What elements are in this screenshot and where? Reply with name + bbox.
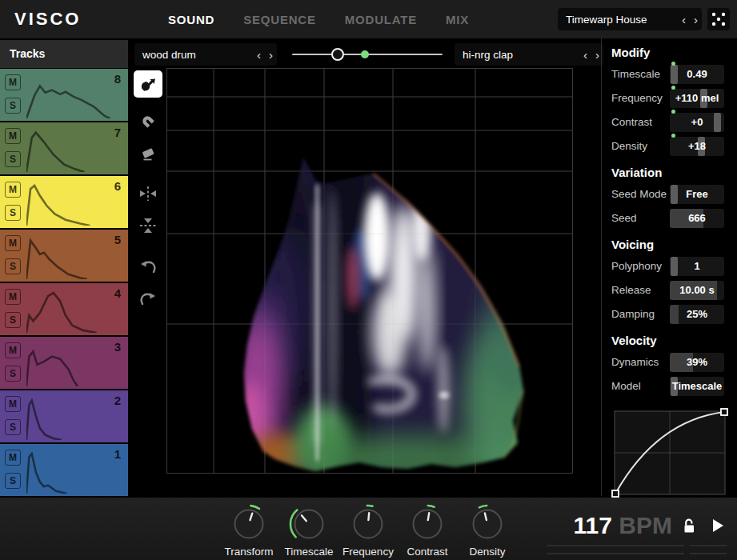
- param-value-box[interactable]: Timescale: [670, 377, 724, 396]
- mute-button-track-8[interactable]: M: [5, 74, 21, 90]
- param-row-density: Density+18: [611, 136, 737, 160]
- param-row-contrast: Contrast+0: [611, 112, 737, 136]
- solo-button-track-6[interactable]: S: [5, 205, 21, 221]
- param-value-box[interactable]: 25%: [670, 305, 724, 324]
- undo-button[interactable]: [135, 254, 161, 280]
- mute-button-track-2[interactable]: M: [5, 396, 21, 412]
- param-value: +0: [670, 113, 724, 132]
- randomize-button[interactable]: [707, 8, 730, 30]
- solo-button-track-1[interactable]: S: [5, 473, 21, 489]
- source-a-next-icon[interactable]: ›: [265, 49, 277, 61]
- mute-button-track-1[interactable]: M: [5, 450, 21, 466]
- source-a-prev-icon[interactable]: ‹: [253, 49, 265, 61]
- track-envelope: [26, 398, 121, 440]
- param-row-timescale: Timescale0.49: [611, 64, 737, 88]
- curve-handle-min[interactable]: [612, 490, 619, 497]
- track-row-4[interactable]: MS4: [0, 283, 128, 335]
- bpm-value: 117: [574, 512, 612, 538]
- morph-slider-marker: [361, 50, 369, 58]
- bpm-display[interactable]: 117 BPM: [528, 512, 672, 539]
- spectral-blob-visualization: [167, 69, 572, 473]
- transport-divider: [547, 553, 684, 554]
- mute-button-track-5[interactable]: M: [5, 235, 21, 251]
- transport-bar: TransformTimescaleFrequencyContrastDensi…: [0, 498, 737, 560]
- curve-handle-max[interactable]: [721, 409, 727, 415]
- track-envelope: [26, 238, 121, 279]
- param-value-box[interactable]: Free: [670, 185, 724, 204]
- macro-knob-transform[interactable]: Transform: [219, 502, 278, 558]
- mute-button-track-3[interactable]: M: [5, 342, 21, 358]
- solo-button-track-3[interactable]: S: [5, 366, 21, 382]
- macro-knob-density[interactable]: Density: [458, 502, 517, 558]
- app-logo: VISCO: [14, 0, 81, 38]
- param-value: 666: [670, 209, 724, 228]
- param-value-box[interactable]: +18: [670, 137, 724, 156]
- track-row-2[interactable]: MS2: [0, 390, 128, 442]
- track-row-7[interactable]: MS7: [0, 122, 128, 174]
- track-envelope: [26, 452, 121, 494]
- param-value-box[interactable]: 0.49: [670, 65, 724, 84]
- track-envelope: [26, 291, 121, 333]
- param-value-box[interactable]: 666: [670, 209, 724, 228]
- solo-button-track-4[interactable]: S: [5, 312, 21, 328]
- param-value-box[interactable]: +110 mel: [670, 89, 724, 108]
- knob-label: Density: [458, 546, 517, 558]
- source-b-selector[interactable]: hi-nrg clap ‹ ›: [455, 43, 603, 66]
- transport-divider: [690, 553, 727, 554]
- param-row-release: Release10.00 s: [611, 280, 737, 304]
- param-value-box[interactable]: 1: [670, 257, 724, 276]
- preset-prev-icon[interactable]: ‹: [678, 14, 690, 26]
- magnet-tool[interactable]: [135, 109, 161, 134]
- param-value-box[interactable]: 39%: [670, 353, 724, 372]
- source-a-name: wood drum: [134, 49, 253, 61]
- flatten-vertical-tool[interactable]: [135, 213, 161, 238]
- track-row-6[interactable]: MS6: [0, 176, 128, 228]
- mute-button-track-7[interactable]: M: [5, 128, 21, 144]
- morph-slider-knob[interactable]: [331, 48, 344, 61]
- transport-divider: [690, 545, 727, 546]
- velocity-curve-editor[interactable]: [611, 408, 728, 498]
- track-envelope: [26, 184, 121, 226]
- tab-modulate[interactable]: MODULATE: [345, 13, 417, 26]
- redo-button[interactable]: [135, 286, 161, 312]
- mirror-horizontal-tool[interactable]: [135, 181, 161, 206]
- play-button[interactable]: [711, 518, 724, 536]
- knob-label: Contrast: [398, 546, 457, 558]
- mute-button-track-6[interactable]: M: [5, 182, 21, 198]
- knob-icon: [458, 502, 517, 544]
- preset-next-icon[interactable]: ›: [690, 14, 702, 26]
- param-value: 1: [670, 257, 724, 276]
- solo-button-track-2[interactable]: S: [5, 419, 21, 435]
- macro-knob-contrast[interactable]: Contrast: [398, 502, 457, 558]
- solo-button-track-7[interactable]: S: [5, 151, 21, 167]
- tab-sequence[interactable]: SEQUENCE: [243, 13, 316, 26]
- tab-sound[interactable]: SOUND: [168, 13, 214, 26]
- track-row-1[interactable]: MS1: [0, 444, 128, 496]
- source-a-selector[interactable]: wood drum ‹ ›: [134, 43, 277, 66]
- track-row-3[interactable]: MS3: [0, 337, 128, 389]
- param-value-box[interactable]: 10.00 s: [670, 281, 724, 300]
- param-value-box[interactable]: +0: [670, 113, 724, 132]
- source-b-prev-icon[interactable]: ‹: [579, 49, 591, 61]
- spectral-canvas[interactable]: [166, 68, 573, 474]
- section-title-voicing: Voicing: [611, 232, 737, 256]
- smudge-tool[interactable]: [134, 70, 162, 98]
- tracks-header: Tracks: [0, 40, 128, 68]
- knob-icon: [279, 502, 338, 544]
- preset-selector[interactable]: Timewarp House ‹ ›: [558, 8, 702, 30]
- track-row-5[interactable]: MS5: [0, 230, 128, 282]
- mute-button-track-4[interactable]: M: [5, 289, 21, 305]
- solo-button-track-5[interactable]: S: [5, 258, 21, 274]
- solo-button-track-8[interactable]: S: [5, 98, 21, 114]
- tempo-lock-icon[interactable]: [681, 517, 697, 538]
- track-envelope: [26, 77, 121, 118]
- tab-mix[interactable]: MIX: [446, 13, 469, 26]
- source-b-name: hi-nrg clap: [455, 49, 579, 61]
- track-row-8[interactable]: MS8: [0, 69, 128, 121]
- macro-knob-timescale[interactable]: Timescale: [279, 502, 338, 558]
- macro-knob-frequency[interactable]: Frequency: [338, 502, 398, 558]
- eraser-tool[interactable]: [135, 141, 161, 166]
- param-value: Timescale: [670, 377, 724, 396]
- transport-divider: [547, 545, 684, 546]
- morph-slider[interactable]: [289, 43, 446, 66]
